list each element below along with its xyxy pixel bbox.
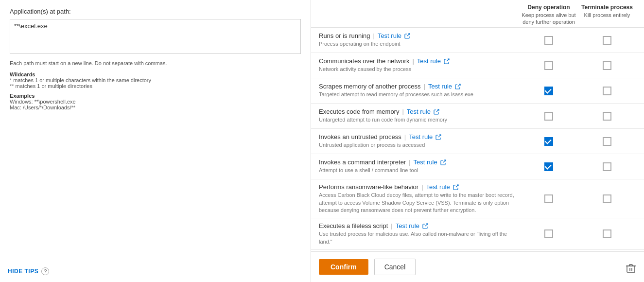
rule-name-invokes-command-interpreter: Invokes a command interpreter	[319, 159, 406, 166]
wildcard-item-1: * matches 1 or multiple characters withi…	[10, 77, 301, 83]
deny-checkbox-cell-fileless-script	[520, 229, 578, 238]
rule-desc-scrapes-memory: Targeted attempt to read memory of proce…	[319, 91, 516, 98]
rule-name-executes-code-memory: Executes code from memory	[319, 108, 399, 115]
deny-operation-label: Deny operation	[520, 4, 578, 12]
test-rule-link-ransomware-like[interactable]: Test rule	[426, 183, 450, 191]
rule-separator-scrapes-memory: |	[424, 83, 425, 90]
terminate-checkbox-cell-fileless-script	[578, 229, 636, 238]
terminate-checkbox-invokes-command-interpreter[interactable]	[603, 162, 611, 171]
rule-separator-communicates-network: |	[412, 57, 414, 65]
rule-info-invokes-command-interpreter: Invokes a command interpreter | Test rul…	[319, 159, 520, 174]
external-link-icon-invokes-untrusted	[435, 134, 441, 140]
test-rule-link-executes-code-memory[interactable]: Test rule	[407, 108, 431, 115]
deny-operation-sub: Keep process alive but deny further oper…	[520, 12, 578, 26]
external-link-icon-fileless-script	[422, 223, 428, 229]
deny-checkbox-executes-code-memory[interactable]	[544, 112, 553, 121]
deny-checkbox-scrapes-memory[interactable]	[544, 87, 553, 95]
test-rule-link-communicates-network[interactable]: Test rule	[417, 57, 441, 65]
rule-title-fileless-script: Executes a fileless script | Test rule	[319, 222, 516, 229]
deny-checkbox-cell-communicates-network	[520, 61, 578, 70]
terminate-checkbox-executes-code-memory[interactable]	[603, 112, 611, 121]
rule-name-runs-or-running: Runs or is running	[319, 32, 370, 39]
confirm-button[interactable]: Confirm	[319, 259, 368, 275]
rule-title-executes-code-memory: Executes code from memory | Test rule	[319, 108, 516, 115]
rule-separator-fileless-script: |	[391, 222, 392, 229]
main-container: Application(s) at path: **\excel.exe Eac…	[0, 0, 644, 282]
rule-checkboxes-runs-or-running	[520, 36, 636, 45]
deny-checkbox-fileless-script[interactable]	[544, 229, 553, 238]
external-link-icon-runs-or-running	[404, 33, 410, 39]
deny-checkbox-cell-ransomware-like	[520, 194, 578, 203]
left-panel: Application(s) at path: **\excel.exe Eac…	[0, 0, 311, 282]
rule-name-invokes-untrusted: Invokes an untrusted process	[319, 133, 401, 141]
rule-row: Invokes an untrusted process | Test rule…	[311, 129, 644, 154]
rule-info-fileless-script: Executes a fileless script | Test rule U…	[319, 222, 520, 246]
wildcard-item-2: ** matches 1 or multiple directories	[10, 83, 301, 89]
deny-checkbox-cell-invokes-command-interpreter	[520, 162, 578, 171]
rule-checkboxes-scrapes-memory	[520, 87, 636, 95]
rule-row: Runs or is running | Test rule Process o…	[311, 28, 644, 53]
rule-row: Scrapes memory of another process | Test…	[311, 78, 644, 104]
rule-title-communicates-network: Communicates over the network | Test rul…	[319, 57, 516, 65]
rule-desc-invokes-command-interpreter: Attempt to use a shell / command line to…	[319, 167, 516, 174]
test-rule-link-fileless-script[interactable]: Test rule	[396, 222, 419, 229]
rule-checkboxes-communicates-network	[520, 61, 636, 70]
rule-checkboxes-invokes-command-interpreter	[520, 162, 636, 171]
rule-row: Invokes a command interpreter | Test rul…	[311, 154, 644, 179]
rule-row: Performs ransomware-like behavior | Test…	[311, 179, 644, 218]
rule-separator-invokes-untrusted: |	[404, 133, 406, 141]
cancel-button[interactable]: Cancel	[374, 259, 416, 275]
deny-checkbox-ransomware-like[interactable]	[544, 194, 553, 203]
terminate-checkbox-communicates-network[interactable]	[603, 61, 611, 70]
deny-checkbox-cell-scrapes-memory	[520, 87, 578, 95]
test-rule-link-runs-or-running[interactable]: Test rule	[378, 32, 401, 39]
rule-desc-executes-code-memory: Untargeted attempt to run code from dyna…	[319, 116, 516, 123]
test-rule-link-scrapes-memory[interactable]: Test rule	[428, 83, 452, 90]
rule-info-scrapes-memory: Scrapes memory of another process | Test…	[319, 83, 520, 98]
column-headers: Deny operation Keep process alive but de…	[311, 0, 644, 28]
rule-title-ransomware-like: Performs ransomware-like behavior | Test…	[319, 183, 516, 191]
rule-name-fileless-script: Executes a fileless script	[319, 222, 388, 229]
terminate-checkbox-cell-scrapes-memory	[578, 87, 636, 95]
rule-separator-executes-code-memory: |	[402, 108, 403, 115]
deny-checkbox-cell-invokes-untrusted	[520, 137, 578, 146]
external-link-icon-communicates-network	[444, 58, 450, 64]
terminate-process-label: Terminate process	[578, 4, 636, 12]
rule-checkboxes-executes-code-memory	[520, 112, 636, 121]
terminate-checkbox-runs-or-running[interactable]	[603, 36, 611, 45]
rule-checkboxes-ransomware-like	[520, 194, 636, 203]
rule-info-runs-or-running: Runs or is running | Test rule Process o…	[319, 32, 520, 48]
rule-title-invokes-untrusted: Invokes an untrusted process | Test rule	[319, 133, 516, 141]
deny-checkbox-communicates-network[interactable]	[544, 61, 553, 70]
svg-rect-0	[627, 266, 635, 272]
rule-title-scrapes-memory: Scrapes memory of another process | Test…	[319, 83, 516, 90]
terminate-process-header: Terminate process Kill process entirely	[578, 4, 636, 25]
test-rule-link-invokes-command-interpreter[interactable]: Test rule	[414, 159, 437, 166]
rule-desc-fileless-script: Use trusted process for malicious use. A…	[319, 230, 516, 246]
terminate-checkbox-fileless-script[interactable]	[603, 229, 611, 238]
rule-desc-ransomware-like: Access Carbon Black Cloud decoy files, a…	[319, 192, 516, 214]
path-textarea[interactable]: **\excel.exe	[10, 19, 301, 54]
external-link-icon-executes-code-memory	[434, 109, 439, 115]
hide-tips-button[interactable]: HIDE TIPS	[8, 268, 38, 275]
rule-row: Executes a fileless script | Test rule U…	[311, 218, 644, 250]
help-icon[interactable]: ?	[41, 267, 49, 275]
terminate-process-sub: Kill process entirely	[578, 12, 636, 18]
delete-icon[interactable]	[626, 263, 636, 275]
deny-operation-header: Deny operation Keep process alive but de…	[520, 4, 578, 25]
deny-checkbox-invokes-command-interpreter[interactable]	[544, 162, 553, 171]
deny-checkbox-invokes-untrusted[interactable]	[544, 137, 553, 146]
test-rule-link-invokes-untrusted[interactable]: Test rule	[409, 133, 433, 141]
panel-title: Application(s) at path:	[10, 8, 301, 15]
footer-buttons: Confirm Cancel	[311, 251, 644, 282]
rule-checkboxes-fileless-script	[520, 229, 636, 238]
rule-separator-ransomware-like: |	[421, 183, 423, 191]
terminate-checkbox-invokes-untrusted[interactable]	[603, 137, 611, 146]
rule-desc-runs-or-running: Process operating on the endpoint	[319, 40, 516, 48]
rule-info-ransomware-like: Performs ransomware-like behavior | Test…	[319, 183, 520, 214]
external-link-icon-scrapes-memory	[455, 84, 461, 89]
terminate-checkbox-ransomware-like[interactable]	[603, 194, 611, 203]
external-link-icon-ransomware-like	[453, 184, 459, 190]
terminate-checkbox-scrapes-memory[interactable]	[603, 87, 611, 95]
deny-checkbox-runs-or-running[interactable]	[544, 36, 553, 45]
